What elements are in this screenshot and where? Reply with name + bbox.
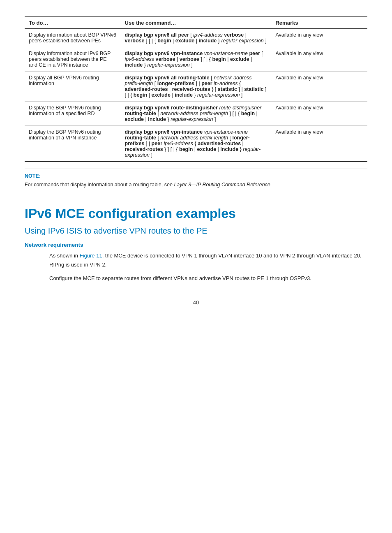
col-header-command: Use the command… xyxy=(121,17,272,29)
section3-title: Network requirements xyxy=(25,242,367,248)
command-cell: display bgp vpnv6 vpn-instance vpn-insta… xyxy=(121,126,272,162)
command-cell: display bgp vpnv6 all peer [ ipv4-addres… xyxy=(121,29,272,47)
remarks-cell: Available in any view xyxy=(271,72,367,102)
command-cell: display bgp vpnv6 route-distinguisher ro… xyxy=(121,102,272,126)
remarks-cell: Available in any view xyxy=(271,126,367,162)
note-text: For commands that display information ab… xyxy=(25,181,367,189)
note-body-text: For commands that display information ab… xyxy=(25,182,174,188)
todo-cell: Display the BGP VPNv6 routing informatio… xyxy=(25,102,121,126)
table-row: Display all BGP VPNv6 routing informatio… xyxy=(25,72,367,102)
note-section: NOTE: For commands that display informat… xyxy=(25,169,367,193)
paragraph2: Configure the MCE to separate routes fro… xyxy=(25,274,367,283)
table-row: Display information about IPv6 BGP peers… xyxy=(25,47,367,72)
todo-cell: Display the BGP VPNv6 routing informatio… xyxy=(25,126,121,162)
paragraph1: As shown in Figure 11, the MCE device is… xyxy=(25,251,367,269)
todo-cell: Display information about IPv6 BGP peers… xyxy=(25,47,121,72)
todo-cell: Display information about BGP VPNv6 peer… xyxy=(25,29,121,47)
section2-title: Using IPv6 ISIS to advertise VPN routes … xyxy=(25,225,367,236)
command-cell: display bgp vpnv6 vpn-instance vpn-insta… xyxy=(121,47,272,72)
table-row: Display the BGP VPNv6 routing informatio… xyxy=(25,126,367,162)
command-cell: display bgp vpnv6 all routing-table [ ne… xyxy=(121,72,272,102)
col-header-remarks: Remarks xyxy=(271,17,367,29)
page-number: 40 xyxy=(25,299,367,306)
note-end-text: . xyxy=(270,182,272,188)
section1-title: IPv6 MCE configuration examples xyxy=(25,206,367,221)
note-label: NOTE: xyxy=(25,173,367,179)
table-row: Display information about BGP VPNv6 peer… xyxy=(25,29,367,47)
remarks-cell: Available in any view xyxy=(271,102,367,126)
figure-link[interactable]: Figure 11 xyxy=(80,253,102,259)
command-table: To do… Use the command… Remarks Display … xyxy=(25,16,367,162)
note-italic-text: Layer 3—IP Routing Command Reference xyxy=(174,182,270,188)
table-row: Display the BGP VPNv6 routing informatio… xyxy=(25,102,367,126)
col-header-todo: To do… xyxy=(25,17,121,29)
remarks-cell: Available in any view xyxy=(271,29,367,47)
todo-cell: Display all BGP VPNv6 routing informatio… xyxy=(25,72,121,102)
remarks-cell: Available in any view xyxy=(271,47,367,72)
